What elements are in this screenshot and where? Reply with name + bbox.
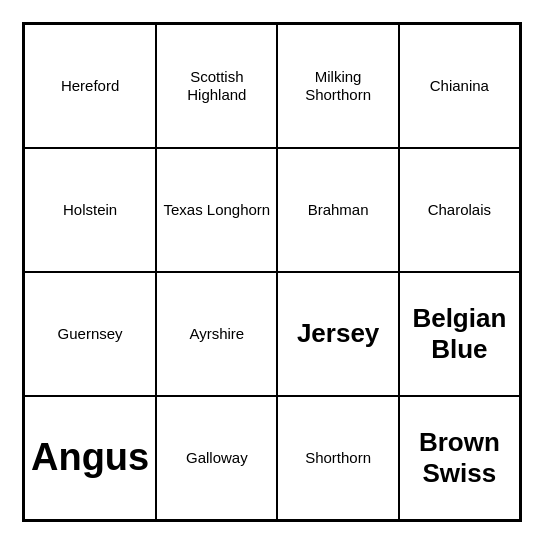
bingo-cell-13: Galloway (156, 396, 277, 520)
cell-label-8: Guernsey (58, 325, 123, 343)
cell-label-2: Milking Shorthorn (284, 68, 391, 104)
bingo-cell-3: Chianina (399, 24, 520, 148)
cell-label-13: Galloway (186, 449, 248, 467)
bingo-cell-6: Brahman (277, 148, 398, 272)
bingo-cell-14: Shorthorn (277, 396, 398, 520)
bingo-cell-7: Charolais (399, 148, 520, 272)
bingo-cell-5: Texas Longhorn (156, 148, 277, 272)
bingo-cell-9: Ayrshire (156, 272, 277, 396)
bingo-cell-4: Holstein (24, 148, 156, 272)
cell-label-12: Angus (31, 435, 149, 481)
bingo-cell-8: Guernsey (24, 272, 156, 396)
cell-label-14: Shorthorn (305, 449, 371, 467)
bingo-cell-15: Brown Swiss (399, 396, 520, 520)
cell-label-15: Brown Swiss (406, 427, 513, 489)
bingo-cell-11: Belgian Blue (399, 272, 520, 396)
bingo-cell-2: Milking Shorthorn (277, 24, 398, 148)
cell-label-1: Scottish Highland (163, 68, 270, 104)
cell-label-6: Brahman (308, 201, 369, 219)
cell-label-3: Chianina (430, 77, 489, 95)
cell-label-11: Belgian Blue (406, 303, 513, 365)
cell-label-9: Ayrshire (189, 325, 244, 343)
bingo-cell-12: Angus (24, 396, 156, 520)
cell-label-0: Hereford (61, 77, 119, 95)
cell-label-4: Holstein (63, 201, 117, 219)
bingo-cell-10: Jersey (277, 272, 398, 396)
bingo-cell-0: Hereford (24, 24, 156, 148)
cell-label-7: Charolais (428, 201, 491, 219)
bingo-card: HerefordScottish HighlandMilking Shortho… (22, 22, 522, 522)
cell-label-5: Texas Longhorn (163, 201, 270, 219)
cell-label-10: Jersey (297, 318, 379, 349)
bingo-cell-1: Scottish Highland (156, 24, 277, 148)
